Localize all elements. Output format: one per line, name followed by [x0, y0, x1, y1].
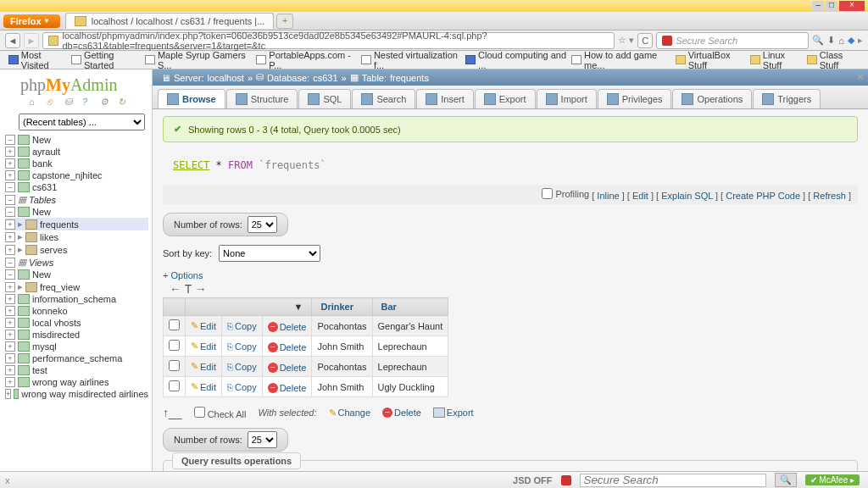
bookmark-item[interactable]: PortableApps.com - P... [256, 50, 356, 70]
maximize-button[interactable]: □ [826, 1, 837, 11]
tree-db[interactable]: +test [5, 364, 148, 376]
mcafee-badge[interactable]: ✔ McAfee ▸ [805, 474, 860, 485]
inline-link[interactable]: Inline [597, 191, 619, 201]
tab-privileges[interactable]: Privileges [598, 89, 672, 108]
breadcrumb-server[interactable]: localhost [207, 73, 243, 83]
row-checkbox[interactable] [169, 340, 180, 351]
tree-db[interactable]: +wrong way misdirected airlines [5, 388, 148, 400]
download-icon[interactable]: ⬇ [827, 35, 835, 46]
col-drinker[interactable]: Drinker [312, 298, 372, 316]
minimize-button[interactable]: – [812, 1, 824, 11]
tree-table-likes[interactable]: +▸likes [5, 230, 148, 243]
row-delete[interactable]: – Delete [268, 383, 307, 393]
browser-tab[interactable]: localhost / localhost / cs631 / frequent… [65, 13, 275, 29]
row-checkbox[interactable] [169, 380, 180, 391]
col-bar[interactable]: Bar [372, 298, 448, 316]
edit-link[interactable]: Edit [632, 191, 648, 201]
close-button[interactable]: × [839, 1, 865, 11]
tree-db[interactable]: +information_schema [5, 293, 148, 305]
sort-select[interactable]: None [219, 245, 320, 262]
tree-view-new[interactable]: –New [5, 269, 148, 280]
row-edit[interactable]: ✎ Edit [191, 361, 216, 372]
tree-table-frequents[interactable]: +▸frequents [5, 218, 148, 230]
bulk-change[interactable]: ✎ Change [329, 408, 371, 419]
docs-icon[interactable]: ? [82, 97, 94, 108]
bookmark-item[interactable]: Getting Started [71, 50, 140, 70]
row-copy[interactable]: ⎘ Copy [227, 341, 257, 352]
firefox-menu-button[interactable]: Firefox ▾ [3, 14, 60, 28]
reload-icon[interactable]: ↻ [118, 97, 130, 108]
row-edit[interactable]: ✎ Edit [191, 381, 216, 392]
tree-db[interactable]: +local vhosts [5, 317, 148, 329]
bookmark-item[interactable]: How to add game me... [571, 50, 670, 70]
bulk-export[interactable]: Export [433, 408, 474, 418]
home-icon[interactable]: ⌂ [838, 36, 844, 46]
options-toggle[interactable]: + Options [163, 270, 858, 280]
php-link[interactable]: Create PHP Code [726, 191, 800, 201]
breadcrumb-db[interactable]: cs631 [313, 73, 337, 83]
tree-view-freq[interactable]: +▸freq_view [5, 280, 148, 293]
browser-search[interactable]: Secure Search [656, 32, 809, 49]
tree-db[interactable]: +capstone_njhitec [5, 169, 148, 181]
profiling-checkbox[interactable]: Profiling [542, 188, 589, 199]
bookmark-item[interactable]: Linux Stuff [750, 50, 802, 70]
url-bar[interactable]: localhost/phpmyadmin/index.php?token=060… [42, 32, 615, 49]
bookmark-item[interactable]: Cloud computing and ... [465, 50, 566, 70]
tab-export[interactable]: Export [475, 89, 536, 108]
home-icon[interactable]: ⌂ [29, 97, 41, 108]
tree-table-serves[interactable]: +▸serves [5, 243, 148, 256]
sql-icon[interactable]: ⛁ [64, 97, 76, 108]
tab-insert[interactable]: Insert [416, 89, 474, 108]
row-edit[interactable]: ✎ Edit [191, 341, 216, 352]
reload-button[interactable]: C [637, 33, 653, 48]
tab-structure[interactable]: Structure [226, 89, 298, 108]
row-copy[interactable]: ⎘ Copy [227, 321, 257, 331]
search-go[interactable]: 🔍 [775, 473, 797, 487]
tree-db[interactable]: +konneko [5, 305, 148, 317]
play-icon[interactable]: ▸ [858, 35, 863, 46]
tree-tables[interactable]: –▦ Tables [5, 193, 148, 206]
tab-search[interactable]: Search [352, 89, 415, 108]
bulk-delete[interactable]: – Delete [382, 408, 421, 418]
tree-table-new[interactable]: –New [5, 206, 148, 218]
tree-db[interactable]: +performance_schema [5, 352, 148, 364]
tree-db[interactable]: +misdirected [5, 329, 148, 341]
check-all[interactable]: Check All [194, 407, 247, 419]
tree-db[interactable]: +ayrault [5, 146, 148, 158]
bookmark-item[interactable]: Nested virtualization f... [361, 50, 460, 70]
refresh-link[interactable]: Refresh [813, 191, 846, 201]
row-delete[interactable]: – Delete [268, 342, 307, 352]
tree-db[interactable]: +mysql [5, 341, 148, 352]
tab-browse[interactable]: Browse [158, 89, 225, 108]
bookmark-item[interactable]: Class Stuff [807, 50, 860, 70]
row-checkbox[interactable] [169, 360, 180, 371]
sort-direction-icons[interactable]: ← T → [163, 280, 858, 297]
explain-link[interactable]: Explain SQL [661, 191, 713, 201]
tree-new[interactable]: –New [5, 134, 148, 146]
tree-db[interactable]: +bank [5, 158, 148, 169]
settings-icon[interactable]: ⚙ [100, 97, 112, 108]
bookmark-item[interactable]: VirtualBox Stuff [676, 50, 745, 70]
tab-import[interactable]: Import [537, 89, 597, 108]
hide-breadcrumb[interactable]: ✕ [856, 71, 865, 83]
tab-sql[interactable]: SQL [298, 89, 351, 108]
bookmark-item[interactable]: Most Visited [8, 50, 66, 70]
forward-button[interactable]: ► [24, 33, 39, 48]
tab-triggers[interactable]: Triggers [753, 89, 821, 108]
new-tab-button[interactable]: + [276, 14, 293, 29]
logout-icon[interactable]: ⎋ [47, 97, 58, 108]
tree-views[interactable]: –▦ Views [5, 256, 148, 269]
num-rows-select[interactable]: 25 [248, 216, 277, 233]
share-icon[interactable]: ◆ [848, 35, 854, 46]
tab-operations[interactable]: Operations [672, 89, 752, 108]
bookmark-item[interactable]: Maple Syrup Gamers S... [145, 50, 251, 70]
row-edit[interactable]: ✎ Edit [191, 320, 216, 331]
row-delete[interactable]: – Delete [268, 363, 307, 373]
row-delete[interactable]: – Delete [268, 322, 307, 332]
breadcrumb-table[interactable]: frequents [390, 73, 429, 83]
recent-tables-select[interactable]: (Recent tables) ... [19, 114, 145, 130]
back-button[interactable]: ◄ [5, 33, 20, 48]
tree-db-cs631[interactable]: –cs631 [5, 181, 148, 193]
row-copy[interactable]: ⎘ Copy [227, 362, 257, 372]
status-search[interactable] [580, 474, 766, 487]
